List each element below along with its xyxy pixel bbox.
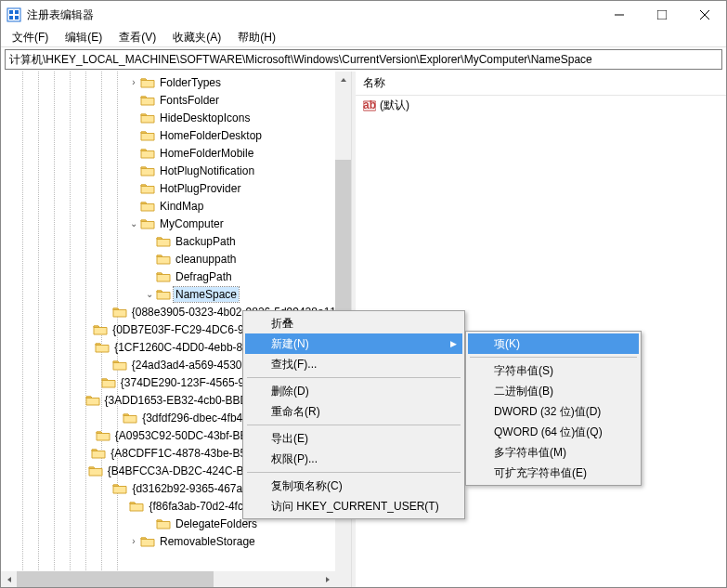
menu-item[interactable]: 多字符串值(M) — [468, 442, 639, 463]
tree-item[interactable]: KindMap — [1, 197, 351, 215]
svg-rect-6 — [657, 10, 667, 20]
collapse-icon[interactable]: ⌄ — [127, 218, 140, 229]
tree-item[interactable]: ›RemovableStorage — [1, 532, 351, 550]
separator — [247, 377, 461, 378]
tree-item-label: HotPlugProvider — [158, 181, 242, 196]
menu-item-label: 查找(F)... — [271, 357, 317, 372]
menu-item[interactable]: 权限(P)... — [245, 449, 462, 469]
close-button[interactable] — [683, 1, 726, 29]
folder-icon — [140, 147, 155, 160]
menu-item-label: QWORD (64 位)值(Q) — [494, 425, 603, 440]
menu-item[interactable]: 帮助(H) — [230, 28, 283, 47]
folder-icon — [123, 412, 137, 425]
tree-item[interactable]: ⌄MyComputer — [1, 215, 351, 232]
folder-icon — [112, 359, 127, 372]
tree-item[interactable]: HotPlugProvider — [1, 179, 351, 197]
folder-icon — [140, 164, 155, 177]
menu-item[interactable]: QWORD (64 位)值(Q) — [468, 422, 639, 442]
svg-rect-1 — [9, 10, 13, 14]
menu-item[interactable]: DWORD (32 位)值(D) — [468, 401, 639, 422]
address-bar[interactable]: 计算机\HKEY_LOCAL_MACHINE\SOFTWARE\Microsof… — [5, 49, 722, 70]
tree-item-label: MyComputer — [158, 216, 226, 231]
scroll-left-button[interactable] — [1, 571, 17, 587]
context-menu: 折叠新建(N)▶查找(F)...删除(D)重命名(R)导出(E)权限(P)...… — [242, 310, 465, 519]
tree-item[interactable]: FontsFolder — [1, 91, 351, 109]
menu-item-label: 折叠 — [271, 316, 293, 332]
menu-item[interactable]: 查看(V) — [111, 28, 163, 47]
tree-item-label: RemovableStorage — [158, 534, 257, 549]
tree-item-label: NameSpace — [174, 287, 239, 302]
titlebar: 注册表编辑器 — [1, 1, 726, 29]
folder-icon — [129, 500, 144, 513]
tree-horizontal-scrollbar[interactable] — [1, 571, 335, 587]
folder-icon — [156, 253, 171, 266]
folder-icon — [140, 94, 155, 107]
window-title: 注册表编辑器 — [27, 7, 598, 23]
minimize-button[interactable] — [598, 1, 641, 29]
tree-item[interactable]: cleanuppath — [1, 250, 351, 268]
menu-item[interactable]: 复制项名称(C) — [245, 476, 462, 496]
menu-item[interactable]: 新建(N)▶ — [245, 333, 462, 354]
menu-item-label: 新建(N) — [271, 336, 309, 352]
menu-item[interactable]: 访问 HKEY_CURRENT_USER(T) — [245, 496, 462, 516]
value-row-default[interactable]: ab (默认) — [356, 96, 726, 115]
expand-icon[interactable]: › — [127, 77, 140, 87]
tree-item[interactable]: ⌄NameSpace — [1, 285, 351, 303]
folder-icon — [112, 306, 127, 319]
menu-item[interactable]: 收藏夹(A) — [165, 28, 228, 47]
tree-item[interactable]: BackupPath — [1, 232, 351, 250]
folder-icon — [91, 447, 106, 460]
scroll-up-button[interactable] — [335, 72, 351, 87]
column-header-name[interactable]: 名称 — [356, 72, 393, 95]
folder-icon — [140, 200, 155, 213]
menu-item-label: 二进制值(B) — [494, 384, 553, 399]
menu-item-label: 项(K) — [494, 336, 520, 352]
tree-item[interactable]: HideDesktopIcons — [1, 109, 351, 126]
svg-text:ab: ab — [363, 99, 376, 111]
menu-item[interactable]: 可扩充字符串值(E) — [468, 463, 639, 483]
menu-item-label: 导出(E) — [271, 431, 308, 447]
folder-icon — [95, 341, 110, 354]
menu-item[interactable]: 导出(E) — [245, 428, 462, 449]
menu-item-label: 复制项名称(C) — [271, 478, 343, 494]
folder-icon — [156, 288, 171, 301]
tree-item[interactable]: HomeFolderDesktop — [1, 126, 351, 144]
folder-icon — [140, 76, 155, 89]
menu-item[interactable]: 二进制值(B) — [468, 381, 639, 401]
tree-item[interactable]: ›FolderTypes — [1, 73, 351, 91]
menu-item-label: 字符串值(S) — [494, 363, 553, 379]
separator — [247, 472, 461, 473]
menu-item-label: 权限(P)... — [271, 451, 318, 467]
separator — [247, 425, 461, 425]
folder-icon — [93, 323, 108, 336]
folder-icon — [85, 394, 100, 407]
menu-item[interactable]: 删除(D) — [245, 381, 462, 401]
menu-item[interactable]: 折叠 — [245, 313, 462, 333]
collapse-icon[interactable]: ⌄ — [143, 289, 156, 299]
submenu-arrow-icon: ▶ — [450, 339, 457, 348]
expand-icon[interactable]: › — [127, 536, 140, 546]
menu-item[interactable]: 查找(F)... — [245, 354, 462, 374]
tree-item[interactable]: HotPlugNotification — [1, 162, 351, 179]
regedit-icon — [6, 7, 21, 22]
folder-icon — [156, 235, 171, 248]
menu-item[interactable]: 项(K) — [468, 333, 639, 354]
tree-item-label: HideDesktopIcons — [158, 111, 252, 125]
scroll-right-button[interactable] — [319, 571, 335, 587]
tree-item-label: cleanuppath — [174, 252, 238, 267]
folder-icon — [140, 535, 155, 548]
menu-item[interactable]: 文件(F) — [5, 28, 56, 47]
tree-item-label: HomeFolderDesktop — [158, 128, 264, 143]
tree-item-label: KindMap — [158, 199, 205, 214]
tree-item[interactable]: HomeFolderMobile — [1, 144, 351, 162]
maximize-button[interactable] — [641, 1, 683, 29]
menu-item[interactable]: 重命名(R) — [245, 401, 462, 422]
folder-icon — [140, 111, 155, 124]
tree-item-label: HotPlugNotification — [158, 163, 256, 178]
menu-item[interactable]: 编辑(E) — [58, 28, 110, 47]
folder-icon — [156, 270, 171, 283]
folder-icon — [140, 182, 155, 195]
tree-item[interactable]: DefragPath — [1, 268, 351, 285]
menu-item[interactable]: 字符串值(S) — [468, 360, 639, 381]
tree-item-label: BackupPath — [174, 234, 238, 249]
